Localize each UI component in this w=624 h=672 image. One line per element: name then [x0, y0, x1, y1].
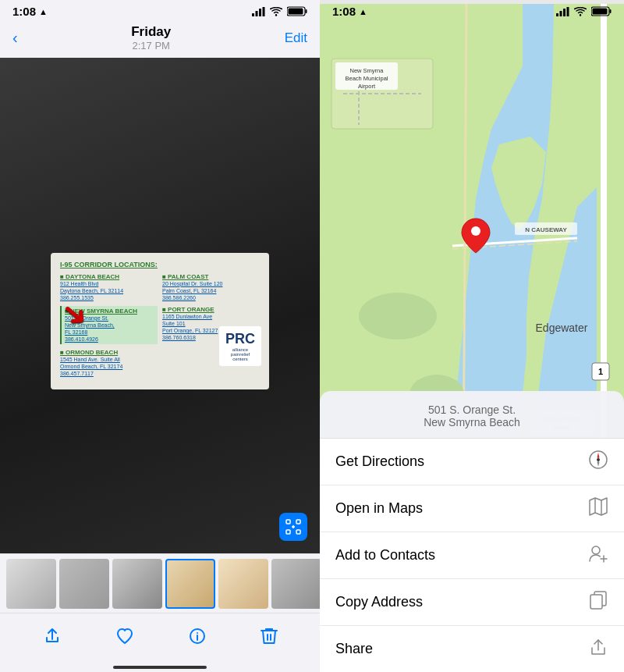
status-bar-right: 1:08 ▲ [320, 0, 624, 21]
svg-rect-10 [286, 530, 290, 534]
compass-icon [588, 450, 608, 474]
copy-icon [588, 590, 608, 614]
svg-text:N CAUSEWAY: N CAUSEWAY [525, 226, 567, 233]
edit-button[interactable]: Edit [285, 30, 307, 46]
map-icon [588, 496, 608, 521]
svg-rect-8 [286, 520, 290, 524]
svg-text:Airport: Airport [358, 83, 376, 90]
loc-palm-coast-name: ■ PALM COAST [162, 273, 260, 280]
sheet-address: 501 S. Orange St. New Smyrna Beach [320, 391, 624, 439]
svg-point-16 [197, 632, 198, 634]
location-icon-left: ▲ [39, 7, 48, 16]
svg-rect-19 [556, 13, 558, 16]
loc-palm-coast-detail: 20 Hospital Dr. Suite 120Palm Coast, FL … [162, 280, 260, 301]
heart-button[interactable] [115, 627, 134, 650]
scan-button[interactable] [279, 513, 307, 541]
delete-button[interactable] [261, 627, 278, 650]
thumbnail-6[interactable] [271, 559, 320, 609]
time-left: 1:08 [12, 5, 36, 18]
svg-point-53 [597, 458, 600, 461]
svg-rect-2 [259, 9, 261, 16]
thumbnail-3[interactable] [112, 559, 162, 609]
loc-palm-coast: ■ PALM COAST 20 Hospital Dr. Suite 120Pa… [162, 273, 260, 301]
wifi-icon-left [270, 7, 282, 16]
doc-logo: PRC alliancepainreliefcenters [219, 326, 261, 366]
person-add-icon [588, 543, 608, 567]
battery-icon-left [287, 6, 307, 16]
status-time-right: 1:08 ▲ [332, 5, 367, 18]
wifi-icon-right [574, 7, 587, 16]
left-panel: 1:08 ▲ [0, 0, 320, 672]
share-item[interactable]: Share [320, 626, 624, 672]
sheet-addr-line2: New Smyrna Beach [335, 416, 608, 428]
status-time-left: 1:08 ▲ [12, 5, 48, 18]
location-icon-right: ▲ [359, 7, 367, 16]
thumbnail-5[interactable] [218, 559, 268, 609]
nav-title-time: 2:17 PM [131, 40, 171, 52]
signal-icon-left [252, 7, 265, 16]
loc-daytona-name: ■ DAYTONA BEACH [60, 273, 158, 280]
status-bar-left: 1:08 ▲ [0, 0, 320, 21]
svg-point-48 [359, 293, 437, 340]
get-directions-item[interactable]: Get Directions [320, 439, 624, 485]
copy-address-label: Copy Address [335, 594, 423, 610]
doc-header: I-95 CORRIDOR LOCATIONS: [60, 261, 260, 268]
svg-rect-22 [567, 7, 569, 16]
svg-rect-60 [590, 595, 602, 609]
open-in-maps-item[interactable]: Open in Maps [320, 485, 624, 532]
share-label: Share [335, 641, 373, 657]
svg-text:Beach Municipal: Beach Municipal [345, 75, 388, 82]
get-directions-label: Get Directions [335, 453, 424, 470]
doc-logo-prc: PRC [225, 331, 255, 347]
svg-rect-26 [610, 9, 612, 13]
share-icon [43, 627, 62, 645]
svg-rect-3 [263, 7, 265, 16]
thumbnail-1[interactable] [6, 559, 56, 609]
signal-icon-right [556, 7, 569, 16]
nav-title-day: Friday [131, 24, 171, 40]
doc-logo-sub: alliancepainreliefcenters [225, 347, 255, 361]
svg-rect-1 [256, 11, 258, 16]
add-to-contacts-label: Add to Contacts [335, 547, 435, 564]
photo-main: I-95 CORRIDOR LOCATIONS: ■ DAYTONA BEACH… [0, 58, 320, 553]
loc-port-orange-name: ■ PORT ORANGE [162, 306, 260, 313]
trash-icon [261, 627, 278, 645]
photo-strip [0, 553, 320, 613]
sheet-addr-line1: 501 S. Orange St. [335, 404, 608, 416]
svg-text:New Smyrna: New Smyrna [350, 67, 385, 74]
photo-content: I-95 CORRIDOR LOCATIONS: ■ DAYTONA BEACH… [0, 58, 320, 553]
svg-rect-20 [560, 11, 562, 16]
svg-point-56 [592, 546, 600, 554]
scan-icon [285, 519, 301, 535]
info-icon [188, 627, 207, 645]
svg-rect-0 [252, 13, 254, 16]
status-icons-left [252, 6, 307, 16]
time-right: 1:08 [332, 5, 356, 18]
home-bar-left [113, 666, 207, 669]
share-button[interactable] [43, 627, 62, 650]
svg-text:Edgewater: Edgewater [536, 322, 588, 334]
right-panel: 1:08 ▲ [320, 0, 624, 672]
back-button[interactable]: ‹ [12, 29, 18, 47]
add-to-contacts-item[interactable]: Add to Contacts [320, 532, 624, 579]
svg-rect-25 [593, 9, 608, 15]
svg-rect-21 [563, 9, 566, 16]
svg-text:1: 1 [598, 367, 603, 376]
heart-icon [115, 627, 134, 645]
share-arrow-icon [588, 637, 608, 661]
svg-rect-6 [289, 9, 303, 15]
thumbnail-4[interactable] [165, 559, 215, 609]
home-indicator-left [0, 663, 320, 672]
copy-address-item[interactable]: Copy Address [320, 579, 624, 626]
svg-rect-7 [306, 9, 307, 13]
thumbnail-2[interactable] [59, 559, 109, 609]
svg-rect-11 [296, 530, 300, 534]
info-button[interactable] [188, 627, 207, 650]
open-in-maps-label: Open in Maps [335, 500, 423, 517]
svg-rect-9 [296, 520, 300, 524]
nav-bar-left: ‹ Friday 2:17 PM Edit [0, 21, 320, 58]
svg-point-50 [471, 226, 480, 236]
nav-title: Friday 2:17 PM [131, 24, 171, 52]
bottom-sheet: 501 S. Orange St. New Smyrna Beach Get D… [320, 391, 624, 672]
battery-icon-right [591, 6, 612, 16]
